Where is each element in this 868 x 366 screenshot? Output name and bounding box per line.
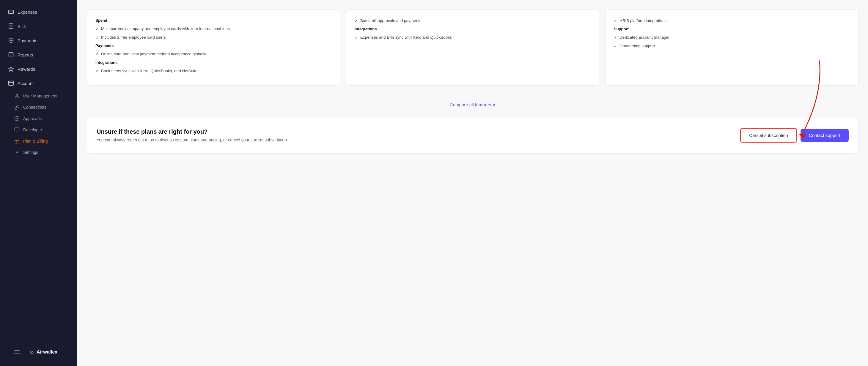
plan-card-3: ✓ HRIS platform integrations Support ✓ D… bbox=[605, 9, 859, 86]
section-integrations: Integrations ✓ Bank feeds sync with Xero… bbox=[95, 60, 332, 74]
sidebar: Expenses Bills Payments Reports Rewards bbox=[0, 0, 77, 366]
plan-card-1: Spend ✓ Multi-currency company and emplo… bbox=[87, 9, 340, 86]
sidebar-item-expenses[interactable]: Expenses bbox=[0, 5, 77, 19]
sidebar-item-settings[interactable]: Settings bbox=[0, 147, 77, 158]
check-icon: ✓ bbox=[95, 27, 99, 32]
cta-buttons: Cancel subscription Contact support bbox=[740, 128, 849, 143]
feature-text: Bank feeds sync with Xero, QuickBooks, a… bbox=[101, 68, 197, 74]
section-label-spend: Spend bbox=[95, 18, 332, 23]
sidebar-nav: Expenses Bills Payments Reports Rewards bbox=[0, 0, 77, 338]
expenses-icon bbox=[8, 9, 14, 15]
logo-icon: ⌀ bbox=[30, 348, 34, 356]
sidebar-item-approvals[interactable]: Approvals bbox=[0, 113, 77, 124]
feature-text: Includes 2 free employee card users bbox=[101, 35, 166, 40]
bills-icon bbox=[8, 23, 14, 29]
section-label-integrations-2: Integrations bbox=[354, 27, 591, 31]
check-icon: ✓ bbox=[95, 35, 99, 40]
section-label-payments: Payments bbox=[95, 43, 332, 48]
section-batch: ✓ Batch bill approvals and payments bbox=[354, 18, 591, 24]
account-icon bbox=[8, 80, 14, 86]
section-support: Support ✓ Dedicated account manager ✓ On… bbox=[614, 27, 850, 49]
sidebar-item-label: Developer bbox=[23, 128, 42, 132]
svg-point-15 bbox=[15, 117, 19, 121]
cta-heading: Unsure if these plans are right for you? bbox=[97, 128, 287, 135]
feature-item: ✓ Expenses and Bills sync with Xero and … bbox=[354, 35, 591, 40]
sidebar-item-label: Expenses bbox=[18, 9, 37, 14]
sidebar-item-label: Payments bbox=[18, 38, 37, 43]
svg-rect-11 bbox=[9, 81, 14, 86]
feature-text: Dedicated account manager bbox=[619, 35, 670, 40]
cta-section: Unsure if these plans are right for you?… bbox=[87, 117, 859, 154]
feature-item: ✓ Dedicated account manager bbox=[614, 35, 850, 40]
menu-button[interactable] bbox=[7, 344, 27, 360]
feature-text: Batch bill approvals and payments bbox=[360, 18, 422, 24]
section-hris: ✓ HRIS platform integrations bbox=[614, 18, 850, 24]
feature-item: ✓ Bank feeds sync with Xero, QuickBooks,… bbox=[95, 68, 332, 74]
rewards-icon bbox=[8, 66, 14, 72]
cancel-subscription-button[interactable]: Cancel subscription bbox=[740, 128, 797, 143]
sidebar-item-label: Rewards bbox=[18, 67, 35, 72]
feature-text: Onboarding support bbox=[619, 43, 655, 49]
check-icon: ✓ bbox=[614, 44, 617, 49]
svg-point-14 bbox=[16, 94, 18, 96]
check-icon: ✓ bbox=[614, 19, 617, 24]
sidebar-logo: ⌀ Airwallex bbox=[0, 338, 77, 366]
circle-check-icon bbox=[14, 116, 20, 121]
main-content: Spend ✓ Multi-currency company and emplo… bbox=[77, 0, 868, 366]
user-icon bbox=[14, 93, 20, 99]
sidebar-item-label: Plan & Billing bbox=[23, 139, 48, 143]
sidebar-item-plan-billing[interactable]: Plan & Billing bbox=[0, 135, 77, 147]
feature-item: ✓ Includes 2 free employee card users bbox=[95, 35, 332, 40]
hamburger-icon bbox=[14, 350, 20, 354]
check-icon: ✓ bbox=[95, 69, 99, 74]
svg-rect-16 bbox=[15, 128, 19, 131]
sidebar-item-label: Settings bbox=[23, 150, 38, 155]
check-icon: ✓ bbox=[614, 35, 617, 40]
feature-text: Expenses and Bills sync with Xero and Qu… bbox=[360, 35, 452, 40]
sidebar-item-label: Connections bbox=[23, 105, 46, 110]
sidebar-item-user-management[interactable]: User Management bbox=[0, 90, 77, 102]
sidebar-item-label: Approvals bbox=[23, 116, 42, 121]
feature-item: ✓ Batch bill approvals and payments bbox=[354, 18, 591, 24]
sidebar-item-label: User Management bbox=[23, 94, 57, 98]
plan-card-2: ✓ Batch bill approvals and payments Inte… bbox=[346, 9, 599, 86]
section-label-integrations: Integrations bbox=[95, 60, 332, 65]
cta-description: You can always reach out to us to discus… bbox=[97, 138, 287, 142]
feature-item: ✓ HRIS platform integrations bbox=[614, 18, 850, 24]
compare-features-link[interactable]: Compare all features ∨ bbox=[87, 95, 859, 115]
sidebar-item-rewards[interactable]: Rewards bbox=[0, 62, 77, 76]
chevron-down-icon: ∨ bbox=[492, 102, 496, 107]
payments-icon bbox=[8, 37, 14, 43]
svg-rect-0 bbox=[9, 10, 14, 14]
section-label-support: Support bbox=[614, 27, 850, 31]
sidebar-item-connections[interactable]: Connections bbox=[0, 102, 77, 113]
svg-rect-19 bbox=[15, 139, 19, 143]
sidebar-item-label: Reports bbox=[18, 52, 33, 57]
link-icon bbox=[14, 105, 20, 110]
sidebar-item-bills[interactable]: Bills bbox=[0, 19, 77, 33]
sidebar-item-label: Account bbox=[18, 81, 34, 86]
feature-text: Online card and local payment method acc… bbox=[101, 52, 206, 57]
svg-point-22 bbox=[17, 152, 18, 153]
sidebar-item-account[interactable]: Account bbox=[0, 76, 77, 90]
sidebar-item-payments[interactable]: Payments bbox=[0, 33, 77, 47]
check-icon: ✓ bbox=[354, 35, 358, 40]
sidebar-item-label: Bills bbox=[18, 24, 26, 29]
feature-item: ✓ Multi-currency company and employee ca… bbox=[95, 26, 332, 32]
check-icon: ✓ bbox=[354, 19, 358, 24]
section-spend: Spend ✓ Multi-currency company and emplo… bbox=[95, 18, 332, 40]
section-payments: Payments ✓ Online card and local payment… bbox=[95, 43, 332, 57]
contact-support-button[interactable]: Contact support bbox=[801, 129, 849, 142]
section-integrations-2: Integrations ✓ Expenses and Bills sync w… bbox=[354, 27, 591, 40]
monitor-icon bbox=[14, 127, 20, 133]
plans-grid: Spend ✓ Multi-currency company and emplo… bbox=[87, 9, 859, 86]
sidebar-item-reports[interactable]: Reports bbox=[0, 47, 77, 62]
compare-label: Compare all features bbox=[450, 102, 491, 107]
feature-item: ✓ Onboarding support bbox=[614, 43, 850, 49]
sidebar-item-developer[interactable]: Developer bbox=[0, 124, 77, 135]
feature-item: ✓ Online card and local payment method a… bbox=[95, 52, 332, 57]
cta-text-block: Unsure if these plans are right for you?… bbox=[97, 128, 287, 142]
plan-icon bbox=[14, 138, 20, 144]
logo-text: Airwallex bbox=[37, 350, 57, 355]
feature-text: Multi-currency company and employee card… bbox=[101, 26, 230, 32]
